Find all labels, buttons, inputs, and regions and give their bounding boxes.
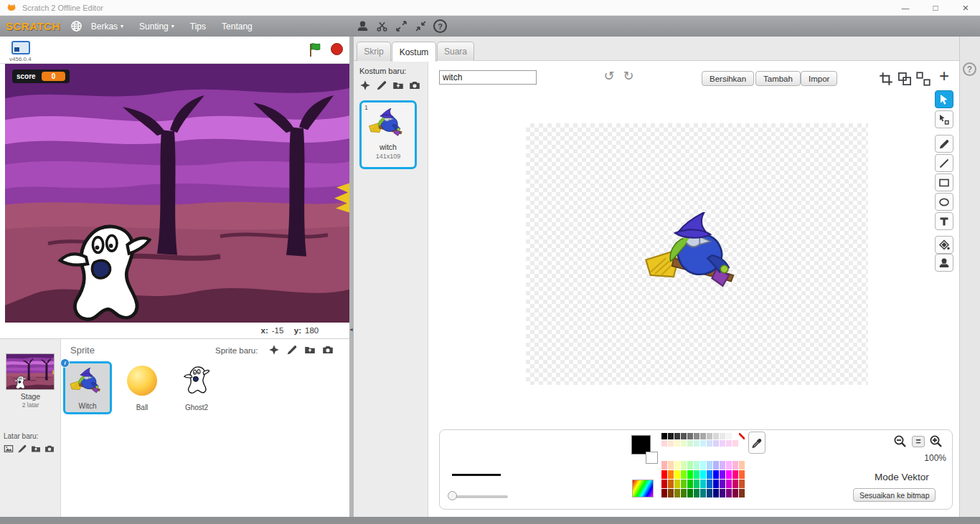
paint-sprite-icon[interactable] bbox=[286, 344, 298, 356]
add-button[interactable]: Tambah bbox=[755, 71, 801, 86]
pencil-tool-button[interactable] bbox=[935, 135, 953, 153]
palette-color-swatch[interactable] bbox=[726, 489, 732, 497]
palette-color-swatch[interactable] bbox=[732, 480, 738, 488]
palette-color-swatch[interactable] bbox=[668, 470, 674, 479]
palette-color-swatch[interactable] bbox=[687, 433, 693, 439]
witch-drawing[interactable] bbox=[643, 212, 750, 297]
menu-berkas[interactable]: Berkas ▾ bbox=[84, 16, 131, 37]
undo-button[interactable]: ↺ bbox=[600, 67, 618, 85]
palette-color-swatch[interactable] bbox=[707, 489, 712, 497]
thickness-slider-handle[interactable] bbox=[448, 491, 457, 500]
sprite-item-ball[interactable]: Ball bbox=[118, 361, 166, 414]
language-globe-icon[interactable] bbox=[70, 20, 83, 32]
secondary-color-swatch[interactable] bbox=[646, 452, 658, 464]
palette-color-swatch[interactable] bbox=[694, 480, 699, 488]
group-icon[interactable] bbox=[897, 72, 912, 86]
add-shape-button[interactable]: + bbox=[934, 66, 954, 86]
sprite-item-witch[interactable]: i Witch bbox=[63, 361, 112, 414]
palette-color-swatch[interactable] bbox=[681, 461, 687, 470]
palette-color-swatch[interactable] bbox=[739, 470, 745, 479]
upload-costume-icon[interactable] bbox=[392, 80, 404, 91]
upload-sprite-icon[interactable] bbox=[304, 344, 316, 356]
palette-color-swatch[interactable] bbox=[694, 461, 699, 470]
green-flag-button[interactable] bbox=[308, 42, 324, 57]
maximize-button[interactable]: □ bbox=[923, 0, 948, 15]
palette-color-swatch[interactable] bbox=[700, 433, 706, 439]
small-stage-toggle[interactable] bbox=[11, 41, 30, 54]
palette-color-swatch[interactable] bbox=[674, 480, 680, 488]
palette-color-swatch[interactable] bbox=[720, 440, 725, 447]
palette-color-swatch[interactable] bbox=[739, 461, 745, 470]
paint-costume-icon[interactable] bbox=[376, 80, 387, 91]
palette-color-swatch[interactable] bbox=[674, 433, 680, 439]
collapse-arrow-icon[interactable]: ◄ bbox=[349, 327, 354, 332]
palette-color-swatch[interactable] bbox=[700, 480, 706, 488]
thickness-slider-track[interactable] bbox=[451, 495, 508, 498]
palette-color-swatch[interactable] bbox=[739, 480, 745, 488]
palette-color-swatch[interactable] bbox=[668, 433, 674, 439]
select-tool-button[interactable] bbox=[935, 90, 953, 108]
tab-skrip[interactable]: Skrip bbox=[357, 42, 391, 61]
palette-color-swatch[interactable] bbox=[720, 470, 725, 479]
palette-color-swatch[interactable] bbox=[739, 489, 745, 497]
palette-color-swatch[interactable] bbox=[732, 470, 738, 479]
camera-sprite-icon[interactable] bbox=[322, 344, 334, 356]
tab-kostum[interactable]: Kostum bbox=[392, 42, 436, 62]
fill-tool-button[interactable] bbox=[935, 236, 953, 254]
palette-color-swatch[interactable] bbox=[732, 440, 738, 447]
palette-color-swatch[interactable] bbox=[661, 461, 667, 470]
palette-color-swatch[interactable] bbox=[681, 480, 687, 488]
clear-button[interactable]: Bersihkan bbox=[702, 71, 754, 86]
palette-color-swatch[interactable] bbox=[687, 480, 693, 488]
rectangle-tool-button[interactable] bbox=[935, 173, 953, 191]
palette-color-swatch[interactable] bbox=[661, 470, 667, 479]
palette-color-swatch[interactable] bbox=[726, 470, 732, 479]
paint-backdrop-icon[interactable] bbox=[17, 444, 27, 454]
palette-color-swatch[interactable] bbox=[668, 480, 674, 488]
palette-color-swatch[interactable] bbox=[681, 440, 687, 447]
stage-thumbnail[interactable] bbox=[6, 353, 55, 390]
zoom-in-icon[interactable] bbox=[929, 434, 943, 449]
palette-color-swatch[interactable] bbox=[720, 489, 725, 497]
zoom-reset-button[interactable]: = bbox=[912, 436, 925, 447]
menu-tips[interactable]: Tips bbox=[183, 16, 213, 37]
palette-color-swatch[interactable] bbox=[700, 470, 706, 479]
palette-color-swatch[interactable] bbox=[700, 461, 706, 470]
palette-color-swatch[interactable] bbox=[674, 440, 680, 447]
palette-color-swatch[interactable] bbox=[707, 440, 712, 447]
palette-color-swatch[interactable] bbox=[687, 461, 693, 470]
palette-color-swatch[interactable] bbox=[707, 461, 712, 470]
palette-color-swatch[interactable] bbox=[674, 461, 680, 470]
tab-suara[interactable]: Suara bbox=[437, 42, 474, 61]
block-help-icon[interactable]: ? bbox=[433, 19, 447, 33]
eyedropper-button[interactable] bbox=[748, 432, 765, 454]
ellipse-tool-button[interactable] bbox=[935, 193, 953, 211]
palette-color-swatch[interactable] bbox=[661, 440, 667, 447]
palette-color-swatch[interactable] bbox=[713, 480, 719, 488]
palette-color-swatch[interactable] bbox=[720, 461, 725, 470]
zoom-out-icon[interactable] bbox=[893, 434, 908, 449]
palette-color-swatch[interactable] bbox=[681, 470, 687, 479]
palette-color-swatch[interactable] bbox=[674, 489, 680, 497]
palette-color-swatch[interactable] bbox=[726, 440, 732, 447]
convert-to-bitmap-button[interactable]: Sesuaikan ke bitmap bbox=[853, 488, 936, 502]
palette-color-swatch[interactable] bbox=[668, 440, 674, 447]
palette-color-swatch[interactable] bbox=[713, 433, 719, 439]
palette-color-swatch[interactable] bbox=[713, 440, 719, 447]
upload-backdrop-icon[interactable] bbox=[31, 444, 41, 454]
palette-color-swatch[interactable] bbox=[694, 489, 699, 497]
palette-color-swatch[interactable] bbox=[732, 433, 738, 439]
sprite-item-ghost2[interactable]: Ghost2 bbox=[172, 361, 221, 414]
palette-color-swatch[interactable] bbox=[713, 470, 719, 479]
crop-icon[interactable] bbox=[879, 72, 893, 86]
palette-color-swatch[interactable] bbox=[707, 480, 712, 488]
palette-color-swatch[interactable] bbox=[726, 461, 732, 470]
reshape-tool-button[interactable] bbox=[935, 110, 953, 128]
gradient-swatch[interactable] bbox=[632, 480, 654, 497]
palette-color-swatch[interactable] bbox=[668, 461, 674, 470]
menu-sunting[interactable]: Sunting ▾ bbox=[132, 16, 182, 37]
palette-color-swatch[interactable] bbox=[694, 470, 699, 479]
palette-color-swatch[interactable] bbox=[674, 470, 680, 479]
palette-color-swatch[interactable] bbox=[681, 489, 687, 497]
sprite-info-badge[interactable]: i bbox=[60, 358, 70, 368]
